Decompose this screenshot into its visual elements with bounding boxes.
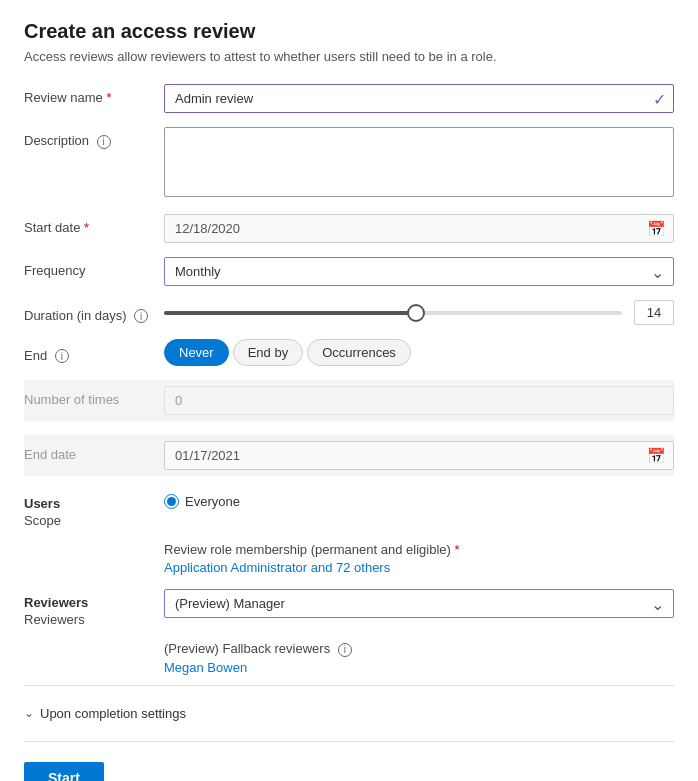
end-date-calendar-icon: 📅	[647, 447, 666, 465]
frequency-wrap: Daily Weekly Monthly Quarterly Semi-annu…	[164, 257, 674, 286]
role-membership-label: Review role membership (permanent and el…	[164, 542, 460, 557]
end-label: End i	[24, 342, 164, 364]
number-of-times-value: 0	[164, 386, 674, 415]
end-occurrences-button[interactable]: Occurrences	[307, 339, 411, 366]
duration-slider-track	[164, 311, 622, 315]
end-date-wrap: 📅	[164, 441, 674, 470]
fallback-reviewers-link[interactable]: Megan Bowen	[164, 660, 247, 675]
check-icon: ✓	[653, 89, 666, 108]
review-name-label: Review name *	[24, 84, 164, 105]
duration-slider-thumb[interactable]	[407, 304, 425, 322]
start-date-calendar-icon[interactable]: 📅	[647, 220, 666, 238]
fallback-info-icon: i	[338, 643, 352, 657]
duration-wrap: 14	[164, 300, 674, 325]
completion-chevron-icon: ⌄	[24, 706, 34, 720]
completion-label: Upon completion settings	[40, 706, 186, 721]
end-date-label: End date	[24, 441, 164, 462]
users-section-header: Users	[24, 496, 164, 511]
users-scope-label-wrap: Users Scope	[24, 490, 164, 528]
description-wrap	[164, 127, 674, 200]
scope-everyone-text: Everyone	[185, 494, 240, 509]
duration-value: 14	[634, 300, 674, 325]
end-never-button[interactable]: Never	[164, 339, 229, 366]
description-info-icon: i	[97, 135, 111, 149]
page-subtitle: Access reviews allow reviewers to attest…	[24, 49, 674, 64]
end-endby-button[interactable]: End by	[233, 339, 303, 366]
description-label: Description i	[24, 127, 164, 149]
completion-settings-row[interactable]: ⌄ Upon completion settings	[24, 696, 674, 731]
duration-slider-filled	[164, 311, 416, 315]
start-date-wrap: 📅	[164, 214, 674, 243]
start-date-label: Start date *	[24, 214, 164, 235]
frequency-select[interactable]: Daily Weekly Monthly Quarterly Semi-annu…	[164, 257, 674, 286]
scope-everyone-radio[interactable]	[164, 494, 179, 509]
divider-1	[24, 685, 674, 686]
frequency-label: Frequency	[24, 257, 164, 278]
reviewers-wrap: (Preview) Manager Selected users Members…	[164, 589, 674, 618]
scope-everyone-radio-label[interactable]: Everyone	[164, 494, 674, 509]
number-of-times-wrap: 0	[164, 386, 674, 415]
reviewers-label: Reviewers	[24, 612, 164, 627]
end-date-input	[164, 441, 674, 470]
reviewers-select[interactable]: (Preview) Manager Selected users Members…	[164, 589, 674, 618]
end-info-icon: i	[55, 349, 69, 363]
role-membership-link[interactable]: Application Administrator and 72 others	[164, 560, 390, 575]
reviewers-label-wrap: Reviewers Reviewers	[24, 589, 164, 627]
description-input[interactable]	[164, 127, 674, 197]
number-of-times-label: Number of times	[24, 386, 164, 407]
reviewers-section-header: Reviewers	[24, 595, 164, 610]
start-date-input[interactable]	[164, 214, 674, 243]
end-toggle-wrap: Never End by Occurrences	[164, 339, 674, 366]
duration-label: Duration (in days) i	[24, 302, 164, 324]
scope-wrap: Everyone	[164, 494, 674, 509]
page-title: Create an access review	[24, 20, 674, 43]
scope-label: Scope	[24, 513, 164, 528]
start-button[interactable]: Start	[24, 762, 104, 781]
fallback-reviewers-label: (Preview) Fallback reviewers i	[164, 641, 352, 657]
review-name-input[interactable]	[164, 84, 674, 113]
divider-2	[24, 741, 674, 742]
review-name-wrap: ✓	[164, 84, 674, 113]
duration-info-icon: i	[134, 309, 148, 323]
end-toggle-group: Never End by Occurrences	[164, 339, 674, 366]
